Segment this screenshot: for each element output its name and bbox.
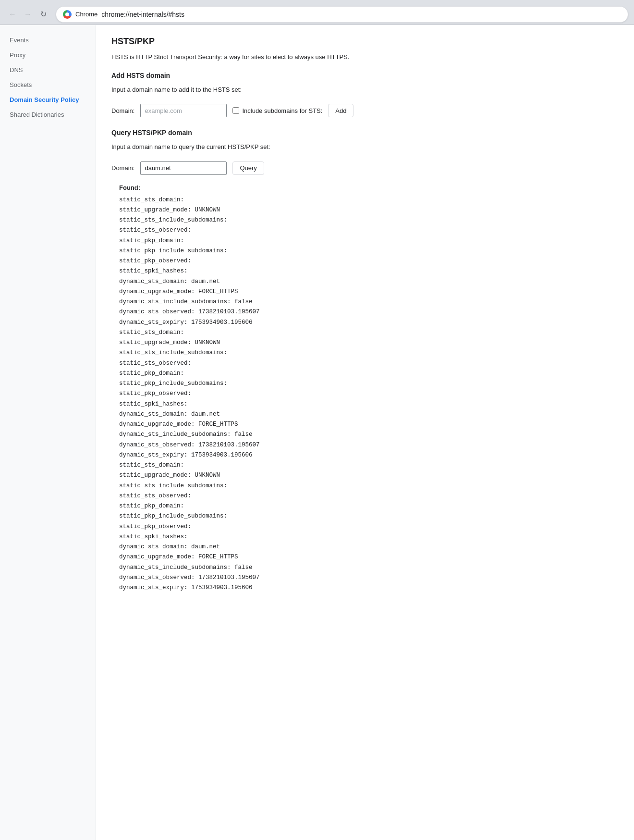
result-line: static_spki_hashes:	[119, 399, 619, 409]
sidebar-item-shared-dictionaries[interactable]: Shared Dictionaries	[0, 107, 96, 122]
query-hsts-section: Query HSTS/PKP domain Input a domain nam…	[111, 129, 619, 593]
result-line: dynamic_sts_observed: 1738210103.195607	[119, 573, 619, 583]
result-line: static_pkp_domain:	[119, 236, 619, 246]
sidebar-item-dns[interactable]: DNS	[0, 62, 96, 77]
subdomains-checkbox[interactable]	[232, 107, 239, 114]
query-field-row: Domain: Query	[111, 161, 619, 175]
result-line: dynamic_sts_domain: daum.net	[119, 409, 619, 420]
result-line: dynamic_sts_include_subdomains: false	[119, 297, 619, 307]
sidebar-item-sockets[interactable]: Sockets	[0, 77, 96, 92]
add-domain-label: Domain:	[111, 107, 134, 114]
result-line: dynamic_sts_expiry: 1753934903.195606	[119, 450, 619, 460]
result-line: static_sts_observed:	[119, 491, 619, 501]
result-line: static_sts_domain:	[119, 460, 619, 470]
sidebar-item-proxy[interactable]: Proxy	[0, 48, 96, 62]
result-line: static_pkp_observed:	[119, 389, 619, 399]
found-label: Found:	[119, 183, 619, 193]
nav-buttons: ← → ↻	[6, 8, 50, 21]
add-field-row: Domain: Include subdomains for STS: Add	[111, 104, 619, 117]
subdomains-label[interactable]: Include subdomains for STS:	[232, 107, 322, 114]
add-domain-input[interactable]	[140, 104, 227, 117]
result-line: static_pkp_domain:	[119, 369, 619, 379]
main-layout: Events Proxy DNS Sockets Domain Security…	[0, 25, 634, 840]
result-line: static_pkp_include_subdomains:	[119, 379, 619, 389]
result-line: dynamic_sts_include_subdomains: false	[119, 563, 619, 573]
address-url: chrome://net-internals/#hsts	[101, 11, 621, 18]
add-instruction: Input a domain name to add it to the HST…	[111, 85, 619, 95]
result-line: dynamic_upgrade_mode: FORCE_HTTPS	[119, 287, 619, 297]
result-line: static_spki_hashes:	[119, 532, 619, 542]
result-line: dynamic_sts_include_subdomains: false	[119, 430, 619, 440]
result-lines: static_sts_domain: static_upgrade_mode: …	[119, 195, 619, 593]
result-line: static_pkp_observed:	[119, 522, 619, 532]
result-line: dynamic_sts_expiry: 1753934903.195606	[119, 318, 619, 328]
result-line: dynamic_sts_expiry: 1753934903.195606	[119, 583, 619, 593]
result-line: static_sts_include_subdomains:	[119, 215, 619, 225]
result-line: static_sts_include_subdomains:	[119, 348, 619, 358]
result-line: static_sts_observed:	[119, 225, 619, 235]
query-button[interactable]: Query	[232, 161, 264, 175]
hsts-description: HSTS is HTTP Strict Transport Security: …	[111, 52, 619, 62]
result-line: dynamic_sts_observed: 1738210103.195607	[119, 307, 619, 317]
add-hsts-section: Add HSTS domain Input a domain name to a…	[111, 72, 619, 118]
query-results: Found: static_sts_domain: static_upgrade…	[111, 183, 619, 593]
query-instruction: Input a domain name to query the current…	[111, 142, 619, 152]
result-line: static_sts_observed:	[119, 358, 619, 369]
result-line: static_pkp_observed:	[119, 256, 619, 266]
result-line: static_sts_include_subdomains:	[119, 481, 619, 491]
browser-chrome: ← → ↻ Chrome chrome://net-internals/#hst…	[0, 0, 634, 25]
result-line: static_pkp_domain:	[119, 501, 619, 511]
result-line: static_upgrade_mode: UNKNOWN	[119, 338, 619, 348]
result-line: dynamic_sts_domain: daum.net	[119, 542, 619, 552]
result-line: dynamic_sts_domain: daum.net	[119, 277, 619, 287]
result-line: static_sts_domain:	[119, 195, 619, 205]
query-section-title: Query HSTS/PKP domain	[111, 129, 619, 136]
result-line: static_upgrade_mode: UNKNOWN	[119, 470, 619, 481]
result-line: dynamic_sts_observed: 1738210103.195607	[119, 440, 619, 450]
result-line: static_sts_domain:	[119, 328, 619, 338]
query-domain-input[interactable]	[140, 161, 227, 175]
subdomains-label-text: Include subdomains for STS:	[242, 107, 322, 114]
result-line: static_upgrade_mode: UNKNOWN	[119, 205, 619, 215]
result-line: dynamic_upgrade_mode: FORCE_HTTPS	[119, 420, 619, 430]
page-title: HSTS/PKP	[111, 37, 619, 47]
result-line: static_spki_hashes:	[119, 266, 619, 276]
result-line: static_pkp_include_subdomains:	[119, 511, 619, 521]
sidebar: Events Proxy DNS Sockets Domain Security…	[0, 25, 96, 840]
content-area: HSTS/PKP HSTS is HTTP Strict Transport S…	[96, 25, 634, 840]
sidebar-item-domain-security-policy[interactable]: Domain Security Policy	[0, 92, 96, 107]
back-button[interactable]: ←	[6, 8, 19, 21]
result-line: dynamic_upgrade_mode: FORCE_HTTPS	[119, 552, 619, 562]
chrome-logo-icon	[63, 10, 72, 19]
address-bar[interactable]: Chrome chrome://net-internals/#hsts	[56, 6, 628, 23]
add-button[interactable]: Add	[328, 104, 354, 117]
add-section-title: Add HSTS domain	[111, 72, 619, 79]
query-domain-label: Domain:	[111, 164, 134, 172]
forward-button[interactable]: →	[21, 8, 35, 21]
chrome-label: Chrome	[75, 11, 98, 18]
sidebar-item-events[interactable]: Events	[0, 33, 96, 48]
reload-button[interactable]: ↻	[37, 8, 50, 21]
result-line: static_pkp_include_subdomains:	[119, 246, 619, 256]
